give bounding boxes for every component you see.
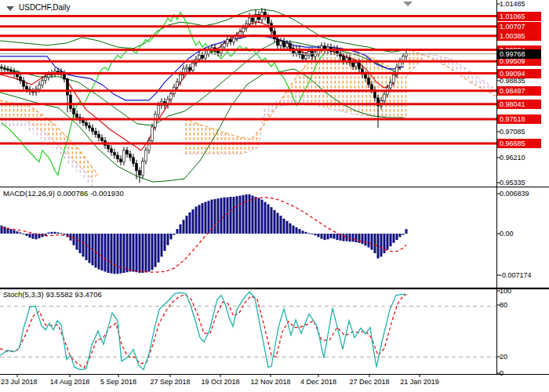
price-level-badge: 1.00385 [497, 31, 541, 41]
price-level-badge: 0.98041 [497, 100, 541, 109]
chart-shift-marker-icon[interactable] [403, 2, 413, 6]
price-tick-label: 0.95335 [500, 179, 525, 187]
date-label: 23 Jul 2018 [1, 378, 51, 386]
symbol-period-label: USDCHF,Daily [19, 3, 71, 12]
price-level-badge: 1.01065 [497, 12, 541, 21]
price-tick-label: 1.01485 [500, 0, 525, 9]
date-label: 21 Jan 2019 [394, 378, 445, 386]
date-label: 27 Dec 2018 [344, 378, 394, 386]
current-price-badge: 0.99768 [497, 49, 541, 59]
stoch-tick-label: 80 [500, 301, 507, 310]
symbol-dropdown-icon[interactable] [6, 6, 14, 11]
macd-tick-label: 0.00 [500, 230, 514, 238]
support-resistance-lines[interactable] [0, 16, 496, 143]
trading-chart-window: USDCHF,Daily MACD(12,26,9) 0.000786 -0.0… [0, 0, 549, 392]
date-label: 12 Nov 2018 [245, 378, 296, 386]
date-label: 4 Dec 2018 [293, 378, 344, 386]
price-tick-label: 0.97085 [500, 128, 525, 136]
price-level-badge: 0.96685 [497, 139, 541, 148]
stoch-tick-label: 0 [500, 369, 504, 378]
macd-panel[interactable] [1, 194, 408, 274]
date-label: 27 Sep 2018 [145, 378, 195, 386]
price-level-badge: 0.99094 [497, 69, 541, 78]
macd-tick-label: 0.006839 [500, 190, 529, 198]
stoch-tick-label: 20 [500, 353, 507, 361]
stoch-panel[interactable] [0, 292, 496, 369]
macd-indicator-label: MACD(12,26,9) 0.000786 -0.001930 [3, 189, 124, 198]
price-level-badge: 0.97518 [497, 114, 541, 124]
macd-tick-label: -0.007174 [500, 271, 532, 280]
ichimoku-cloud-layer [0, 47, 496, 187]
stoch-tick-label: 100 [500, 287, 511, 296]
price-level-badge: 1.00707 [497, 22, 541, 31]
price-level-badge: 0.98497 [497, 86, 541, 96]
date-label: 14 Aug 2018 [45, 378, 95, 386]
price-tick-label: 0.96210 [500, 154, 525, 162]
stoch-indicator-label: Stoch(5,3,3) 93.5582 93.4706 [3, 290, 102, 299]
date-label: 5 Sep 2018 [93, 378, 144, 386]
date-label: 19 Oct 2018 [195, 378, 245, 386]
